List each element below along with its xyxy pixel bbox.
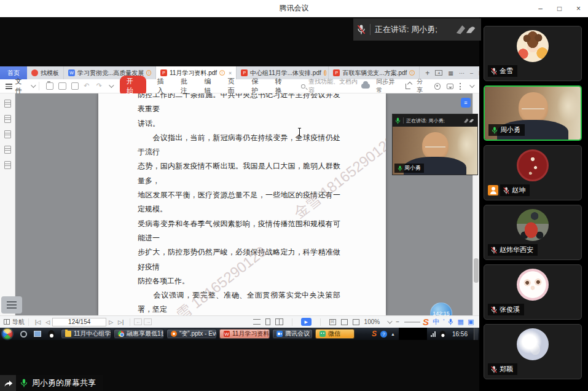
ribbon-tab-7[interactable]: 转换 <box>275 77 288 95</box>
cloud-sync-icon[interactable] <box>361 84 370 89</box>
zoom-chevron-icon[interactable] <box>387 318 392 323</box>
document-line: 会议强调，要完整、准确、全面贯彻落实党中央决策部署，坚定 <box>138 288 340 315</box>
maximize-button[interactable]: □ <box>550 0 569 17</box>
close-tab-icon[interactable]: × <box>229 70 232 76</box>
save-icon[interactable] <box>58 82 66 90</box>
page-number-input[interactable]: 124/154 <box>52 318 106 326</box>
navigation-button[interactable]: 导航 <box>4 318 25 326</box>
gear-icon[interactable] <box>434 83 441 90</box>
wps-minimize-button[interactable]: – <box>470 70 473 76</box>
attachment-icon[interactable] <box>4 146 11 154</box>
actual-size-icon[interactable]: 回 <box>329 319 336 325</box>
qq-tray-icon[interactable] <box>440 330 445 337</box>
ribbon-tab-5[interactable]: 页面 <box>228 77 240 95</box>
fit-page-icon[interactable] <box>341 319 348 325</box>
voice-input-icon[interactable] <box>448 318 453 325</box>
explorer-icon[interactable] <box>34 331 41 337</box>
fit-width-icon[interactable] <box>253 319 261 325</box>
file-menu[interactable]: 文件 <box>15 77 28 95</box>
tray-expand-icon[interactable]: ▲ <box>391 332 395 336</box>
next-page-button[interactable]: ▷ <box>109 319 113 325</box>
system-icon[interactable] <box>20 331 27 338</box>
input-method-bar[interactable]: S 中 ’ ▦ ▣ <box>420 315 476 328</box>
more-tools-chevron-icon[interactable] <box>109 82 114 87</box>
document-tab-2[interactable]: 找模板 <box>27 66 64 79</box>
search-box[interactable]: 查找功能、文档内容 <box>301 77 361 95</box>
split-view-icon[interactable]: 4 <box>435 70 442 76</box>
document-line: 地区发展不平衡，医疗资源总量不足，一些地区的疫情还有一定规模。 <box>138 188 340 217</box>
zoom-level[interactable]: 100% <box>364 318 380 325</box>
taskbar-task-2[interactable]: 融惠享最低1折开... <box>114 329 164 339</box>
chinese-mode-icon[interactable]: 中 <box>433 317 439 326</box>
scrollbar-thumb[interactable] <box>474 258 479 283</box>
comment-icon[interactable] <box>447 84 453 89</box>
signature-icon[interactable] <box>4 161 11 169</box>
previous-page-button[interactable]: ◁ <box>45 319 50 325</box>
redo-icon[interactable]: ↷ <box>96 82 104 90</box>
participant-tile-5[interactable]: 张俊溪 <box>484 264 582 320</box>
collapse-chevron-icon[interactable] <box>469 82 474 87</box>
pdf-page[interactable]: 防控工作的二十条措施。中共中央总书记习近平主持会议并发表重要讲话。 会议指出，当… <box>98 93 386 315</box>
share-label[interactable]: 分享 <box>417 77 428 95</box>
bookmark-icon[interactable] <box>4 100 11 108</box>
qq-icon[interactable] <box>48 330 55 338</box>
more-options-icon[interactable] <box>460 83 461 90</box>
outline-nav-button[interactable] <box>1 296 22 314</box>
fit-window-icon[interactable] <box>353 319 359 325</box>
participant-tile-2[interactable]: 周小勇 <box>484 85 582 141</box>
folder-icon <box>65 331 71 337</box>
document-canvas[interactable]: 防控工作的二十条措施。中共中央总书记习近平主持会议并发表重要讲话。 会议指出，当… <box>15 93 479 315</box>
sogou-logo-icon[interactable]: S <box>423 317 429 327</box>
print-icon[interactable] <box>71 82 79 90</box>
divider <box>292 318 292 326</box>
close-button[interactable]: × <box>569 0 588 17</box>
taskbar-task-3[interactable]: “变”.pptx - Every... <box>167 329 217 339</box>
taskbar-task-6[interactable]: 微信 <box>315 329 355 339</box>
ribbon-tab-3[interactable]: 批注 <box>181 77 193 95</box>
taskbar-task-5[interactable]: 腾讯会议 <box>272 329 313 339</box>
participant-tile-3[interactable]: 赵坤 <box>484 145 582 200</box>
taskbar-task-1[interactable]: 11月中心组学习 <box>61 329 111 339</box>
mic-muted-icon[interactable] <box>357 25 366 34</box>
minimize-button[interactable]: – <box>531 0 550 17</box>
help-tray-icon[interactable]: ? <box>380 331 387 338</box>
first-page-button[interactable]: |◁ <box>35 319 41 325</box>
open-folder-icon[interactable] <box>46 82 54 90</box>
zoom-slider[interactable] <box>404 322 420 323</box>
floating-self-view-window[interactable]: 正在讲话: 周小勇; <box>392 114 478 175</box>
ribbon-tab-6[interactable]: 保护 <box>251 77 264 95</box>
page-indicator: 124/154 <box>68 318 90 325</box>
ribbon-tab-4[interactable]: 编辑 <box>204 77 216 95</box>
punctuation-icon[interactable]: ’ <box>443 318 444 325</box>
participant-tile-1[interactable]: 金雪 <box>484 26 582 81</box>
sogou-tray-icon[interactable]: S <box>372 330 377 338</box>
document-line: 防控各项工作。 <box>138 274 340 288</box>
word-file-icon: W <box>68 69 75 76</box>
comment-icon[interactable] <box>4 130 11 138</box>
image-icon[interactable] <box>4 115 11 123</box>
share-forward-icon[interactable] <box>0 375 16 391</box>
start-button[interactable] <box>2 328 13 339</box>
last-page-button[interactable]: ▷| <box>118 319 123 325</box>
clock[interactable]: 16:56 <box>452 331 468 338</box>
back-view-button[interactable]: ← <box>134 318 142 325</box>
zoom-out-button[interactable]: − <box>396 318 399 325</box>
taskbar-task-4[interactable]: W11月学习资料.pdf... <box>219 329 270 339</box>
more-options-icon[interactable]: ⋯ <box>459 70 465 76</box>
quick-tool-icon[interactable]: ≡ <box>461 98 471 108</box>
share-icon[interactable] <box>406 84 410 89</box>
single-page-view-icon[interactable] <box>265 318 270 325</box>
workspace-grid-icon[interactable]: ▦ <box>448 70 453 76</box>
participant-tile-6[interactable]: 郑颖 <box>484 324 582 379</box>
forward-view-button[interactable]: → <box>144 318 152 325</box>
participant-tile-4[interactable]: 赵炜华西安 <box>484 205 582 260</box>
menu-icon[interactable] <box>6 84 12 89</box>
slideshow-play-button[interactable]: ▶ <box>301 318 312 326</box>
keyboard-icon[interactable]: ▦ <box>457 318 463 326</box>
ribbon-tab-2[interactable]: 插入 <box>157 77 170 95</box>
network-icon[interactable] <box>431 331 436 337</box>
toolbox-icon[interactable]: ▣ <box>468 318 474 326</box>
show-desktop-button[interactable] <box>474 328 478 340</box>
undo-icon[interactable]: ↶ <box>84 82 92 90</box>
double-page-view-icon[interactable] <box>275 318 283 325</box>
